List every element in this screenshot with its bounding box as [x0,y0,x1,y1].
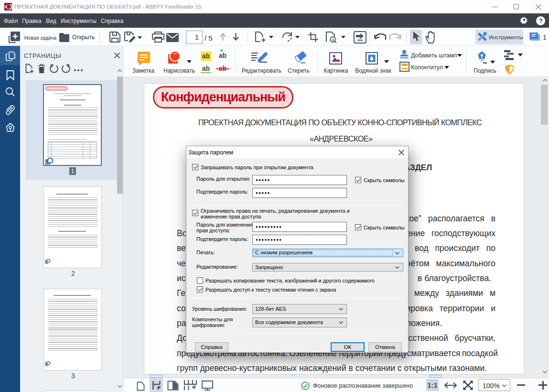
svg-text:a: a [332,37,334,42]
svg-text:?: ? [538,17,542,24]
